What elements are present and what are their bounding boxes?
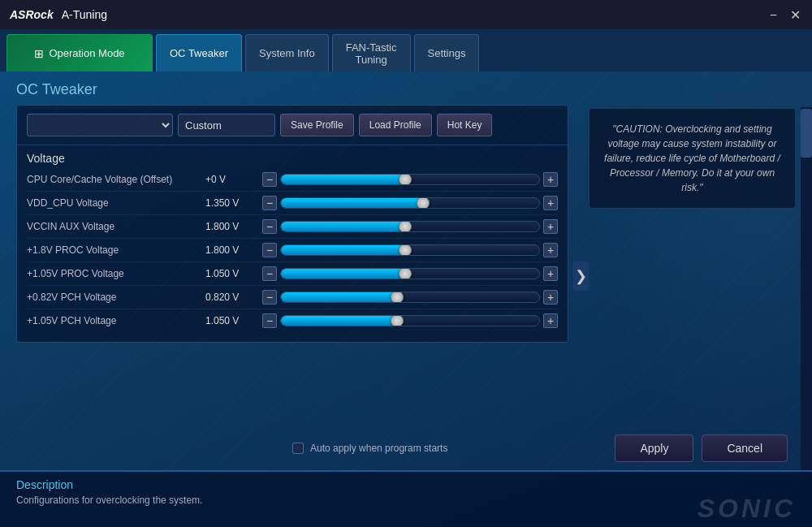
voltage-name: VDD_CPU Voltage bbox=[27, 197, 205, 209]
slider-increase-button[interactable]: + bbox=[543, 196, 558, 210]
voltage-row: +1.05V PROC Voltage 1.050 V − + bbox=[27, 262, 558, 286]
caution-box: "CAUTION: Overclocking and setting volta… bbox=[589, 108, 796, 209]
tab-system-info[interactable]: System Info bbox=[245, 34, 329, 71]
slider-increase-button[interactable]: + bbox=[543, 243, 558, 257]
slider-track[interactable] bbox=[280, 244, 540, 256]
description-text: Configurations for overclocking the syst… bbox=[16, 495, 796, 506]
slider-track[interactable] bbox=[280, 174, 540, 185]
slider-decrease-button[interactable]: − bbox=[262, 290, 277, 305]
description-bar: Description Configurations for overclock… bbox=[0, 470, 812, 527]
slider-decrease-button[interactable]: − bbox=[262, 219, 277, 234]
minimize-button[interactable]: − bbox=[767, 7, 780, 23]
slider-increase-button[interactable]: + bbox=[543, 172, 558, 187]
caution-text: "CAUTION: Overclocking and setting volta… bbox=[604, 123, 780, 193]
slider-decrease-button[interactable]: − bbox=[262, 243, 277, 257]
tab-oc-tweaker-label: OC Tweaker bbox=[170, 47, 228, 59]
slider-track[interactable] bbox=[280, 197, 540, 209]
voltage-name: +0.82V PCH Voltage bbox=[27, 292, 205, 303]
tab-operation-mode[interactable]: ⊞ Operation Mode bbox=[6, 34, 153, 71]
brand-name: ASRock bbox=[10, 8, 54, 21]
slider-increase-button[interactable]: + bbox=[543, 313, 558, 328]
hot-key-button[interactable]: Hot Key bbox=[437, 114, 493, 136]
slider-thumb[interactable] bbox=[399, 268, 412, 279]
slider-thumb[interactable] bbox=[399, 221, 412, 232]
operation-mode-icon: ⊞ bbox=[34, 47, 44, 60]
auto-apply-label: Auto apply when program starts bbox=[310, 443, 447, 454]
voltage-row: VDD_CPU Voltage 1.350 V − + bbox=[27, 192, 558, 215]
voltage-value: 1.350 V bbox=[205, 197, 262, 209]
slider-track[interactable] bbox=[280, 268, 540, 279]
close-button[interactable]: ✕ bbox=[787, 7, 804, 23]
right-panel: "CAUTION: Overclocking and setting volta… bbox=[589, 108, 796, 339]
auto-apply-row: Auto apply when program starts bbox=[16, 434, 464, 462]
slider-container: − + bbox=[262, 196, 558, 210]
scrollbar[interactable] bbox=[801, 107, 812, 470]
voltage-name: +1.05V PCH Voltage bbox=[27, 315, 205, 326]
voltage-value: +0 V bbox=[205, 174, 262, 185]
description-title: Description bbox=[16, 478, 796, 491]
slider-container: − + bbox=[262, 290, 558, 305]
auto-apply-checkbox[interactable] bbox=[292, 443, 304, 454]
voltage-value: 1.800 V bbox=[205, 244, 262, 256]
slider-increase-button[interactable]: + bbox=[543, 219, 558, 234]
profile-name-input[interactable] bbox=[178, 114, 275, 136]
save-profile-button[interactable]: Save Profile bbox=[280, 114, 354, 136]
slider-container: − + bbox=[262, 172, 558, 187]
navigation-bar: ⊞ Operation Mode OC Tweaker System Info … bbox=[0, 29, 812, 71]
tab-oc-tweaker[interactable]: OC Tweaker bbox=[156, 34, 242, 71]
slider-container: − + bbox=[262, 313, 558, 328]
voltage-name: VCCIN AUX Voltage bbox=[27, 221, 205, 232]
scrollbar-thumb[interactable] bbox=[801, 109, 812, 158]
slider-thumb[interactable] bbox=[391, 292, 404, 303]
slider-increase-button[interactable]: + bbox=[543, 266, 558, 281]
tab-settings[interactable]: Settings bbox=[414, 34, 480, 71]
title-bar: ASRock A-Tuning − ✕ bbox=[0, 0, 812, 29]
tab-settings-label: Settings bbox=[428, 47, 466, 59]
voltage-row: +1.8V PROC Voltage 1.800 V − + bbox=[27, 239, 558, 262]
load-profile-button[interactable]: Load Profile bbox=[359, 114, 432, 136]
voltage-value: 1.050 V bbox=[205, 315, 262, 326]
voltage-row: +0.82V PCH Voltage 0.820 V − + bbox=[27, 286, 558, 309]
voltage-row: +1.05V PCH Voltage 1.050 V − + bbox=[27, 309, 558, 332]
slider-track[interactable] bbox=[280, 292, 540, 303]
oc-tweaker-panel: Save Profile Load Profile Hot Key Voltag… bbox=[16, 105, 568, 343]
slider-track[interactable] bbox=[280, 315, 540, 326]
voltage-row: VCCIN AUX Voltage 1.800 V − + bbox=[27, 215, 558, 239]
slider-increase-button[interactable]: + bbox=[543, 290, 558, 305]
slider-decrease-button[interactable]: − bbox=[262, 196, 277, 210]
voltage-value: 1.800 V bbox=[205, 221, 262, 232]
slider-container: − + bbox=[262, 243, 558, 257]
slider-track[interactable] bbox=[280, 221, 540, 232]
app-logo: ASRock bbox=[10, 8, 54, 21]
apply-button[interactable]: Apply bbox=[615, 434, 693, 462]
voltage-section-header: Voltage bbox=[17, 145, 568, 168]
profile-dropdown[interactable] bbox=[27, 114, 173, 136]
cancel-button[interactable]: Cancel bbox=[702, 434, 788, 462]
tab-operation-mode-label: Operation Mode bbox=[49, 47, 124, 59]
window-controls: − ✕ bbox=[767, 7, 804, 23]
sonic-watermark: SONIC bbox=[698, 494, 796, 524]
action-buttons: Apply Cancel bbox=[615, 434, 788, 462]
voltage-table: CPU Core/Cache Voltage (Offset) +0 V − +… bbox=[17, 168, 568, 342]
slider-thumb[interactable] bbox=[399, 174, 412, 185]
tab-fan-tastic-label: FAN-TasticTuning bbox=[346, 41, 397, 66]
profile-row: Save Profile Load Profile Hot Key bbox=[17, 106, 568, 145]
slider-thumb[interactable] bbox=[391, 315, 404, 326]
voltage-name: CPU Core/Cache Voltage (Offset) bbox=[27, 174, 205, 185]
scroll-arrow[interactable]: ❯ bbox=[572, 261, 589, 291]
voltage-row: CPU Core/Cache Voltage (Offset) +0 V − + bbox=[27, 168, 558, 192]
voltage-name: +1.05V PROC Voltage bbox=[27, 268, 205, 279]
voltage-value: 0.820 V bbox=[205, 292, 262, 303]
tab-fan-tastic[interactable]: FAN-TasticTuning bbox=[332, 34, 411, 71]
voltage-name: +1.8V PROC Voltage bbox=[27, 244, 205, 256]
slider-container: − + bbox=[262, 266, 558, 281]
slider-decrease-button[interactable]: − bbox=[262, 172, 277, 187]
slider-thumb[interactable] bbox=[417, 197, 430, 209]
slider-container: − + bbox=[262, 219, 558, 234]
main-content: OC Tweaker Save Profile Load Profile Hot… bbox=[0, 71, 812, 527]
slider-decrease-button[interactable]: − bbox=[262, 266, 277, 281]
app-name: A-Tuning bbox=[62, 8, 107, 21]
slider-decrease-button[interactable]: − bbox=[262, 313, 277, 328]
slider-thumb[interactable] bbox=[399, 244, 412, 256]
voltage-value: 1.050 V bbox=[205, 268, 262, 279]
